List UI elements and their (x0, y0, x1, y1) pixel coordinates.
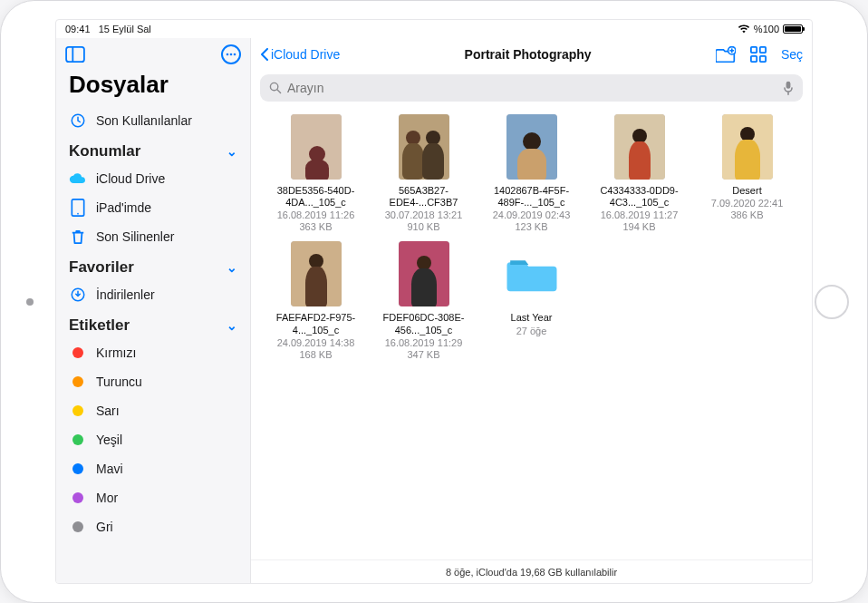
section-locations-title: Konumlar (69, 142, 140, 160)
file-date: 30.07.2018 13:21 (385, 209, 463, 220)
svg-rect-0 (66, 47, 84, 62)
status-bar: 09:41 15 Eylül Sal %100 (56, 20, 812, 38)
sidebar-tag-item[interactable]: Yeşil (56, 425, 250, 454)
home-button[interactable] (815, 285, 849, 319)
svg-point-3 (230, 53, 233, 56)
file-name: 565A3B27-EDE4-...CF3B7 (379, 185, 469, 209)
select-button[interactable]: Seç (781, 47, 803, 62)
sidebar-tag-item[interactable]: Mavi (56, 454, 250, 483)
tag-color-dot (69, 373, 87, 391)
file-item[interactable]: 565A3B27-EDE4-...CF3B730.07.2018 13:2191… (373, 114, 474, 232)
file-name: 38DE5356-540D-4DA..._105_c (271, 185, 362, 209)
status-right: %100 (738, 24, 803, 34)
file-item[interactable]: 38DE5356-540D-4DA..._105_c16.08.2019 11:… (265, 114, 366, 232)
toolbar-right: Seç (716, 46, 803, 63)
folder-icon (506, 241, 557, 306)
back-button[interactable]: iCloud Drive (260, 47, 340, 62)
file-name: 1402867B-4F5F-489F-..._105_c (487, 185, 577, 209)
sidebar-item-label: İndirilenler (96, 287, 155, 302)
chevron-down-icon: ⌄ (227, 318, 237, 333)
file-date: 24.09.2019 02:43 (493, 209, 571, 220)
sidebar-item-icloud-drive[interactable]: iCloud Drive (56, 164, 250, 193)
sidebar-item-label: Turuncu (96, 374, 142, 389)
sidebar: Dosyalar Son Kullanılanlar Konumlar ⌄ (56, 38, 251, 583)
svg-point-7 (77, 213, 79, 215)
file-thumbnail (399, 241, 449, 306)
sidebar-tag-item[interactable]: Kırmızı (56, 338, 250, 367)
sidebar-item-label: iCloud Drive (96, 171, 165, 186)
sidebar-item-recent[interactable]: Son Kullanılanlar (56, 106, 250, 135)
sidebar-tag-item[interactable]: Mor (56, 483, 250, 512)
battery-icon (783, 24, 803, 34)
view-mode-icon[interactable] (750, 46, 767, 63)
sidebar-tag-item[interactable]: Gri (56, 512, 250, 541)
sidebar-item-label: iPad'imde (96, 200, 151, 215)
sidebar-tag-item[interactable]: Turuncu (56, 367, 250, 396)
section-favorites-header[interactable]: Favoriler ⌄ (56, 251, 250, 280)
sidebar-tag-item[interactable]: Sarı (56, 396, 250, 425)
file-item[interactable]: Desert7.09.2020 22:41386 KB (697, 114, 797, 232)
file-size: 194 KB (622, 221, 655, 232)
battery-percent: %100 (754, 24, 779, 34)
file-date: 24.09.2019 14:38 (277, 337, 355, 348)
file-item[interactable]: FAEFAFD2-F975-4..._105_c24.09.2019 14:38… (265, 241, 366, 359)
new-folder-icon[interactable] (716, 46, 736, 63)
back-label: iCloud Drive (271, 47, 340, 62)
sidebar-item-label: Son Silinenler (96, 229, 174, 244)
file-thumbnail (722, 114, 773, 180)
tag-color-dot (69, 344, 87, 362)
download-icon (69, 286, 87, 304)
folder-title: Portrait Photography (347, 47, 709, 62)
file-size: 386 KB (730, 209, 763, 220)
file-item[interactable]: C4334333-0DD9-4C3..._105_c16.08.2019 11:… (589, 114, 690, 232)
file-item[interactable]: 1402867B-4F5F-489F-..._105_c24.09.2019 0… (481, 114, 582, 232)
tag-color-dot (69, 402, 87, 420)
file-item[interactable]: FDEF06DC-308E-456..._105_c16.08.2019 11:… (373, 241, 474, 359)
svg-point-2 (227, 53, 229, 56)
front-camera (26, 298, 34, 306)
sidebar-item-downloads[interactable]: İndirilenler (56, 280, 250, 309)
file-date: 16.08.2019 11:27 (601, 209, 679, 220)
search-icon (269, 82, 282, 94)
file-name: FDEF06DC-308E-456..._105_c (379, 312, 469, 336)
more-options-icon[interactable] (221, 44, 241, 64)
section-favorites-title: Favoriler (69, 258, 134, 277)
file-thumbnail (614, 114, 665, 180)
footer-status: 8 öğe, iCloud'da 19,68 GB kullanılabilir (251, 559, 812, 583)
mic-icon[interactable] (783, 81, 794, 95)
trash-icon (69, 228, 87, 246)
folder-item[interactable]: Last Year27 öğe (481, 241, 582, 359)
file-name: FAEFAFD2-F975-4..._105_c (271, 312, 362, 336)
section-locations-header[interactable]: Konumlar ⌄ (56, 135, 250, 164)
main: iCloud Drive Portrait Photography Seç (251, 38, 812, 583)
sidebar-item-recently-deleted[interactable]: Son Silinenler (56, 222, 250, 251)
svg-point-4 (234, 53, 236, 56)
sidebar-item-on-ipad[interactable]: iPad'imde (56, 193, 250, 222)
svg-rect-13 (751, 56, 757, 62)
section-tags-header[interactable]: Etiketler ⌄ (56, 309, 250, 338)
file-size: 347 KB (407, 349, 439, 360)
tag-color-dot (69, 460, 87, 478)
file-date: 16.08.2019 11:29 (385, 337, 463, 348)
sidebar-item-label: Mavi (96, 462, 123, 476)
file-thumbnail (291, 114, 342, 180)
svg-rect-14 (760, 56, 766, 62)
search-input[interactable] (287, 81, 777, 95)
file-name: Desert (732, 185, 761, 197)
sidebar-item-label: Kırmızı (96, 345, 136, 360)
status-left: 09:41 15 Eylül Sal (65, 24, 151, 34)
tags-list: KırmızıTuruncuSarıYeşilMaviMorGri (56, 338, 250, 541)
sidebar-item-label: Mor (96, 491, 118, 505)
cloud-icon (69, 170, 87, 188)
files-grid[interactable]: 38DE5356-540D-4DA..._105_c16.08.2019 11:… (251, 109, 812, 559)
file-thumbnail (506, 114, 557, 180)
file-name: C4334333-0DD9-4C3..._105_c (594, 185, 685, 209)
search-row (251, 71, 812, 109)
file-size: 363 KB (299, 221, 332, 232)
sidebar-item-label: Yeşil (96, 433, 122, 447)
search-field[interactable] (260, 74, 803, 102)
wifi-icon (738, 24, 750, 34)
file-size: 123 KB (515, 221, 547, 232)
sidebar-toggle-icon[interactable] (65, 44, 85, 64)
svg-rect-16 (786, 82, 791, 89)
